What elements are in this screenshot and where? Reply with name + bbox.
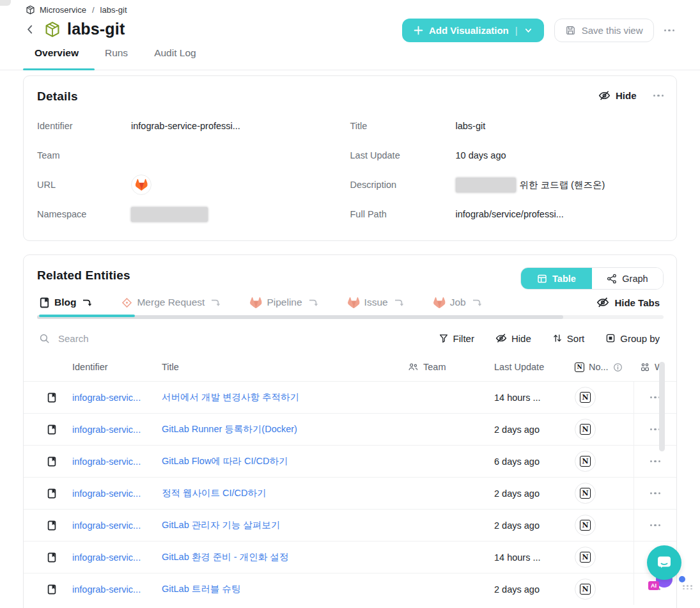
header-more-button[interactable] <box>664 29 675 32</box>
breadcrumb-separator: / <box>92 5 95 15</box>
breadcrumb-current[interactable]: labs-git <box>100 5 127 15</box>
row-title-link[interactable]: GitLab Flow에 따라 CI/CD하기 <box>162 455 408 467</box>
hide-columns-button[interactable]: Hide <box>495 332 531 344</box>
chat-launcher-button[interactable] <box>647 545 681 580</box>
column-title[interactable]: Title <box>162 362 408 372</box>
row-identifier-link[interactable]: infograb-servic... <box>72 584 162 595</box>
notion-avatar[interactable]: N <box>575 419 596 440</box>
search-box <box>39 333 439 344</box>
gitlab-url-link[interactable] <box>131 175 152 195</box>
notion-avatar[interactable]: N <box>575 547 596 568</box>
gitlab-icon <box>433 297 446 308</box>
notion-avatar[interactable]: N <box>575 515 596 536</box>
entity-tab-pipeline[interactable]: Pipeline <box>250 297 318 308</box>
tab-overview[interactable]: Overview <box>35 47 79 66</box>
details-title: Details <box>37 90 78 104</box>
details-hide-button[interactable]: Hide <box>598 90 637 102</box>
column-w[interactable]: W <box>634 362 676 372</box>
column-notion[interactable]: N No... <box>575 362 634 372</box>
row-title-link[interactable]: GitLab 환경 준비 - 개인화 설정 <box>162 551 408 563</box>
hide-tabs-button[interactable]: Hide Tabs <box>596 296 660 309</box>
toggle-table[interactable]: Table <box>521 268 592 289</box>
row-identifier-link[interactable]: infograb-servic... <box>72 520 162 531</box>
row-identifier-link[interactable]: infograb-servic... <box>72 393 162 403</box>
redacted-value <box>131 207 208 222</box>
search-input[interactable] <box>58 333 250 344</box>
save-icon <box>565 25 576 36</box>
row-identifier-link[interactable]: infograb-servic... <box>72 488 162 499</box>
entity-tab-job[interactable]: Job <box>433 297 482 308</box>
notion-avatar[interactable]: N <box>575 387 596 408</box>
row-more-button[interactable] <box>650 524 661 527</box>
table-row[interactable]: infograb-servic... 정적 웹사이트 CI/CD하기 2 day… <box>24 477 676 509</box>
tabbar-divider <box>0 70 700 70</box>
notion-avatar[interactable]: N <box>575 579 596 600</box>
book-icon <box>47 552 72 563</box>
table-row[interactable]: infograb-servic... GitLab 환경 준비 - 개인화 설정… <box>24 541 676 573</box>
button-divider: | <box>515 25 518 36</box>
save-view-button[interactable]: Save this view <box>554 19 654 42</box>
add-visualization-button[interactable]: Add Visualization | <box>402 19 544 42</box>
plus-icon <box>414 26 423 35</box>
gitlab-icon <box>136 179 148 191</box>
field-identifier-value: infograb-service-professi... <box>131 121 240 131</box>
group-by-icon <box>605 333 616 343</box>
active-tab-underline <box>23 68 95 70</box>
row-last-update: 14 hours ... <box>494 393 575 403</box>
table-row[interactable]: infograb-servic... GitLab 관리자 기능 살펴보기 2 … <box>24 509 676 541</box>
relation-arrow-icon <box>308 297 318 308</box>
info-icon <box>613 362 623 372</box>
table-row[interactable]: infograb-servic... GitLab 트러블 슈팅 2 days … <box>24 573 676 605</box>
relation-arrow-icon <box>394 297 404 308</box>
ai-badge: AI <box>648 581 659 590</box>
details-more-button[interactable] <box>653 95 664 97</box>
row-last-update: 14 hours ... <box>494 552 575 563</box>
page-title: labs-git <box>44 20 125 38</box>
column-team[interactable]: Team <box>408 362 494 372</box>
entity-tab-blog[interactable]: Blog <box>39 297 92 308</box>
gitlab-icon <box>348 297 360 308</box>
notification-dot <box>679 576 685 582</box>
row-title-link[interactable]: GitLab 트러블 슈팅 <box>162 583 408 595</box>
merge-request-icon <box>121 297 132 308</box>
row-identifier-link[interactable]: infograb-servic... <box>72 425 162 435</box>
details-card: Details Hide Identifier infograb-service… <box>23 75 677 241</box>
entity-tab-merge-request[interactable]: Merge Request <box>121 297 221 308</box>
window-corner <box>0 0 11 6</box>
filter-button[interactable]: Filter <box>439 333 474 344</box>
field-url: URL <box>24 170 350 199</box>
vertical-scrollbar-thumb[interactable] <box>659 362 665 451</box>
row-more-button[interactable] <box>650 460 661 463</box>
row-title-link[interactable]: 정적 웹사이트 CI/CD하기 <box>162 487 408 499</box>
group-members-icon <box>640 362 650 372</box>
row-last-update: 2 days ago <box>494 488 575 499</box>
breadcrumb-entity-type[interactable]: Microservice <box>40 5 86 15</box>
group-by-button[interactable]: Group by <box>605 333 660 344</box>
sort-button[interactable]: Sort <box>552 333 585 344</box>
row-title-link[interactable]: GitLab Runner 등록하기(Docker) <box>162 423 408 435</box>
tab-audit-log[interactable]: Audit Log <box>154 47 196 66</box>
column-last-update[interactable]: Last Update <box>494 362 575 372</box>
back-button[interactable] <box>24 24 36 35</box>
table-row[interactable]: infograb-servic... GitLab Flow에 따라 CI/CD… <box>24 445 676 477</box>
field-full-path: Full Path infograb/service/professi... <box>350 199 677 229</box>
tab-runs[interactable]: Runs <box>105 47 128 66</box>
notion-avatar[interactable]: N <box>575 483 596 504</box>
book-icon <box>47 584 72 595</box>
row-last-update: 2 days ago <box>494 520 575 531</box>
row-identifier-link[interactable]: infograb-servic... <box>72 552 162 563</box>
row-title-link[interactable]: GitLab 관리자 기능 살펴보기 <box>162 519 408 531</box>
table-row[interactable]: infograb-servic... 서버에서 개발 변경사항 추적하기 14 … <box>24 381 676 413</box>
row-title-link[interactable]: 서버에서 개발 변경사항 추적하기 <box>162 391 408 403</box>
header-actions: Add Visualization | Save this view <box>402 19 674 42</box>
column-identifier[interactable]: Identifier <box>72 362 162 372</box>
entity-tab-issue[interactable]: Issue <box>348 297 404 308</box>
table-row[interactable]: infograb-servic... GitLab Runner 등록하기(Do… <box>24 413 676 445</box>
row-identifier-link[interactable]: infograb-servic... <box>72 456 162 467</box>
field-identifier: Identifier infograb-service-professi... <box>24 111 350 141</box>
notion-avatar[interactable]: N <box>575 451 596 472</box>
row-more-button[interactable] <box>650 492 661 495</box>
package-icon <box>26 5 35 15</box>
toggle-graph[interactable]: Graph <box>592 268 663 289</box>
row-last-update: 2 days ago <box>494 425 575 435</box>
